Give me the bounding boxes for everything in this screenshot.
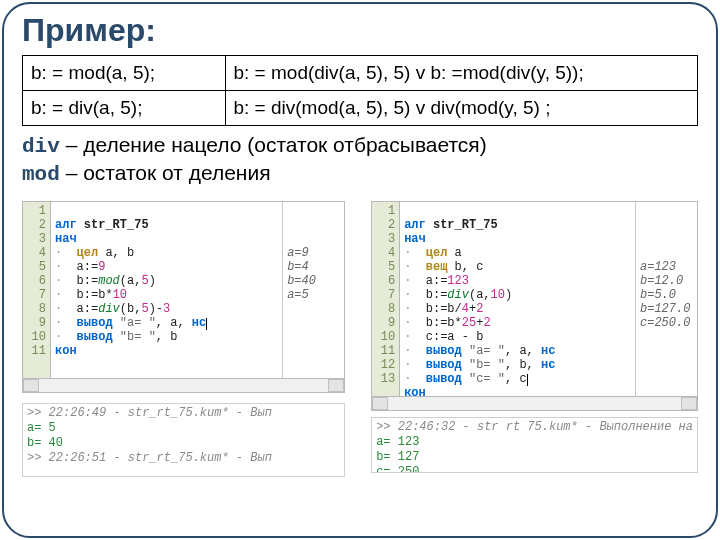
definitions: div – деление нацело (остаток отбрасывае… [22, 132, 698, 189]
code-area[interactable]: алг str_RT_75 нач · цел a, b · a:=9 · b:… [51, 202, 282, 378]
code-area[interactable]: алг str_RT_75 нач · цел a · вещ b, c · a… [400, 202, 635, 396]
slide-title: Пример: [22, 12, 698, 49]
values-pane: a=9 b=4 b=40 a=5 [282, 202, 344, 378]
examples-table: b: = mod(a, 5); b: = mod(div(a, 5), 5) v… [22, 55, 698, 126]
right-console[interactable]: >> 22:46:32 - str rt 75.kum* - Выполнени… [371, 417, 698, 473]
table-cell: b: = div(a, 5); [23, 91, 226, 126]
table-cell: b: = div(mod(a, 5), 5) v div(mod(y, 5) ; [225, 91, 698, 126]
text-caret [206, 318, 207, 330]
table-cell: b: = mod(a, 5); [23, 56, 226, 91]
text-caret [527, 374, 528, 386]
horizontal-scrollbar[interactable] [22, 379, 345, 393]
div-definition: – деление нацело (остаток отбрасывается) [60, 133, 487, 156]
line-gutter: 1 2 3 4 5 6 7 8 9 10 11 [23, 202, 51, 378]
table-cell: b: = mod(div(a, 5), 5) v b: =mod(div(y, … [225, 56, 698, 91]
horizontal-scrollbar[interactable] [371, 397, 698, 411]
div-keyword: div [22, 135, 60, 158]
right-editor[interactable]: 1 2 3 4 5 6 7 8 9 10 11 12 13 алг str_RT… [371, 201, 698, 397]
mod-keyword: mod [22, 163, 60, 186]
left-editor[interactable]: 1 2 3 4 5 6 7 8 9 10 11 алг str_RT_75 на… [22, 201, 345, 379]
values-pane: a=123 b=12.0 b=5.0 b=127.0 c=250.0 [635, 202, 697, 396]
line-gutter: 1 2 3 4 5 6 7 8 9 10 11 12 13 [372, 202, 400, 396]
left-panel: 1 2 3 4 5 6 7 8 9 10 11 алг str_RT_75 на… [22, 201, 345, 477]
mod-definition: – остаток от деления [60, 161, 271, 184]
left-console[interactable]: >> 22:26:49 - str_rt_75.kum* - Вып a= 5 … [22, 403, 345, 477]
right-panel: 1 2 3 4 5 6 7 8 9 10 11 12 13 алг str_RT… [371, 201, 698, 477]
